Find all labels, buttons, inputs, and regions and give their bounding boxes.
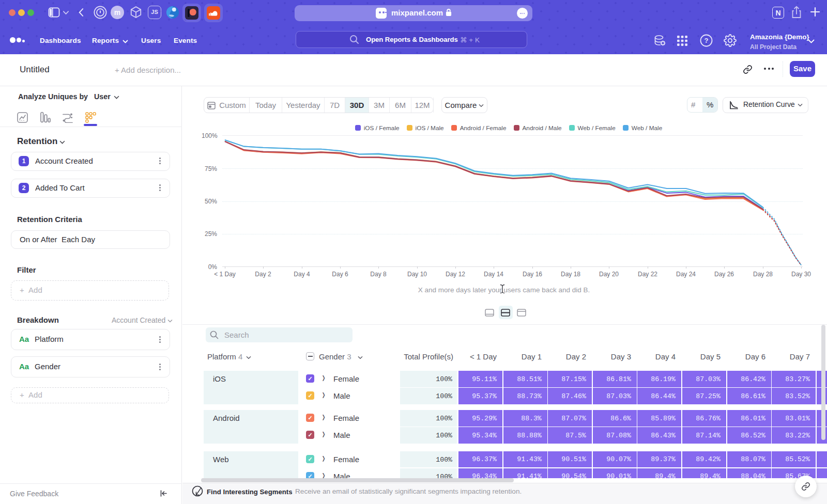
svg-text:?: ? (705, 37, 709, 44)
